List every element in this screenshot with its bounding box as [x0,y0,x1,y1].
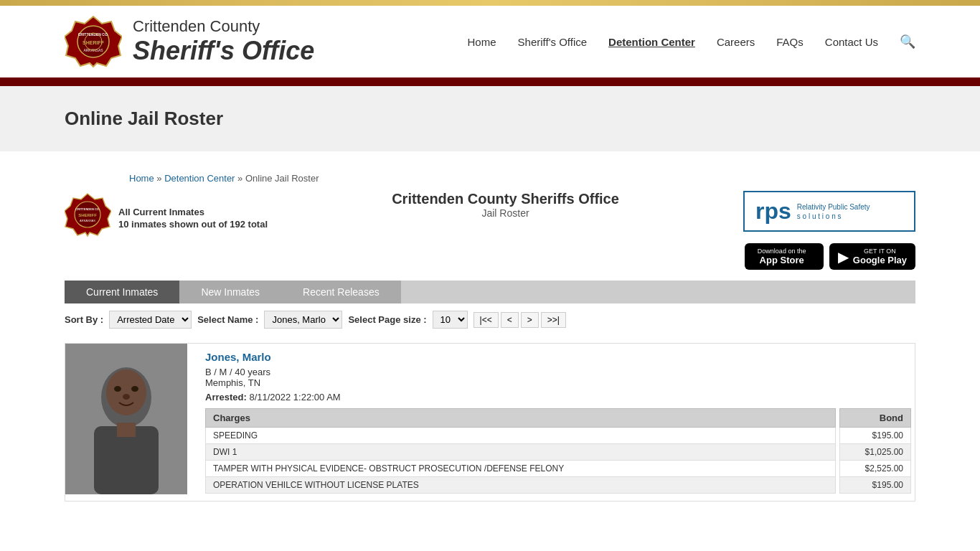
sort-by-label: Sort By : [65,314,103,325]
breadcrumb: Home » Detention Center » Online Jail Ro… [65,159,915,191]
nav-careers[interactable]: Careers [717,36,755,48]
svg-rect-18 [117,423,136,437]
roster-badge-icon: CRITTENDEN CO. SHERIFF ARKANSAS [65,191,111,237]
roster-info: All Current Inmates 10 inmates shown out… [118,205,268,231]
logo-area: CRITTENDEN CO. SHERIFF ARKANSAS Crittend… [65,13,314,70]
nav-sheriffs-office[interactable]: Sheriff's Office [518,36,588,48]
bond-cell: $195.00 [840,428,911,444]
main-content: Home » Detention Center » Online Jail Ro… [0,151,980,530]
nav-detention-center[interactable]: Detention Center [608,36,695,48]
nav-faqs[interactable]: FAQs [776,36,804,48]
inmate-name[interactable]: Jones, Marlo [205,351,911,363]
breadcrumb-current: Online Jail Roster [245,173,319,184]
nav-home[interactable]: Home [468,36,496,48]
main-nav: Home Sheriff's Office Detention Center C… [468,34,915,50]
inmate-details: Jones, Marlo B / M / 40 years Memphis, T… [202,344,915,501]
inmate-arrested: Arrested: 8/11/2022 1:22:00 AM [205,392,911,402]
google-play-icon: ▶ [838,248,849,265]
rps-logo: rps Relativity Public Safety s o l u t i… [743,191,915,232]
svg-text:ARKANSAS: ARKANSAS [80,219,95,222]
app-buttons: Download on the App Store ▶ GET IT ON Go… [745,243,915,270]
pagination: |<< < > >>| [473,312,566,328]
page-size-label: Select Page size : [348,314,426,325]
filter-bar: Sort By : Arrested Date Select Name : Jo… [65,303,915,336]
bond-cell: $195.00 [840,477,911,494]
bond-cell: $1,025.00 [840,444,911,461]
bond-header: Bond [840,409,911,428]
nav-contact-us[interactable]: Contact Us [825,36,878,48]
select-name-label: Select Name : [197,314,258,325]
rps-area: rps Relativity Public Safety s o l u t i… [743,191,915,270]
charges-header: Charges [206,409,836,428]
page-size-select[interactable]: 102550 [433,311,468,329]
sheriff-badge-icon: CRITTENDEN CO. SHERIFF ARKANSAS [65,13,122,70]
tab-new-inmates[interactable]: New Inmates [179,281,281,303]
page-title-area: Online Jail Roster [0,86,980,151]
google-play-button[interactable]: ▶ GET IT ON Google Play [829,243,915,270]
inmate-bio: B / M / 40 years Memphis, TN [205,367,911,388]
tab-recent-releases[interactable]: Recent Releases [281,281,401,303]
page-title: Online Jail Roster [65,108,915,130]
roster-header: CRITTENDEN CO. SHERIFF ARKANSAS All Curr… [65,191,915,270]
header-accent-bar [0,77,980,86]
apple-app-store-button[interactable]: Download on the App Store [745,243,824,270]
roster-left: CRITTENDEN CO. SHERIFF ARKANSAS All Curr… [65,191,268,237]
charges-container: Charges SPEEDINGDWI 1TAMPER WITH PHYSICA… [205,408,911,494]
svg-point-15 [131,386,138,392]
svg-text:SHERIFF: SHERIFF [78,213,97,217]
last-page-button[interactable]: >>| [541,312,566,328]
logo-text: Crittenden County Sheriff's Office [133,17,314,66]
bond-cell: $2,525.00 [840,461,911,477]
breadcrumb-detention[interactable]: Detention Center [164,173,235,184]
svg-point-16 [123,394,130,400]
svg-text:CRITTENDEN CO.: CRITTENDEN CO. [75,207,100,211]
search-button[interactable]: 🔍 [900,34,915,50]
svg-point-14 [114,386,121,392]
tab-current-inmates[interactable]: Current Inmates [65,281,179,303]
charge-cell: TAMPER WITH PHYSICAL EVIDENCE- OBSTRUCT … [206,461,836,477]
inmate-photo [65,344,187,494]
site-header: CRITTENDEN CO. SHERIFF ARKANSAS Crittend… [0,6,980,77]
charges-table: Charges SPEEDINGDWI 1TAMPER WITH PHYSICA… [205,408,836,494]
roster-center: Crittenden County Sheriffs Office Jail R… [268,191,743,219]
sort-by-select[interactable]: Arrested Date [109,311,192,329]
charge-cell: SPEEDING [206,428,836,444]
tab-spacer [401,281,915,303]
inmate-photo-image [65,344,187,494]
prev-page-button[interactable]: < [501,312,519,328]
next-page-button[interactable]: > [521,312,539,328]
breadcrumb-home[interactable]: Home [129,173,154,184]
first-page-button[interactable]: |<< [473,312,499,328]
charge-cell: DWI 1 [206,444,836,461]
inmate-record: Jones, Marlo B / M / 40 years Memphis, T… [65,343,915,501]
select-name-dropdown[interactable]: Jones, Marlo [264,311,342,329]
rps-subtext: Relativity Public Safety s o l u t i o n… [797,202,870,221]
tabs: Current Inmates New Inmates Recent Relea… [65,281,915,303]
top-accent-bar [0,0,980,6]
svg-point-13 [106,369,146,415]
charge-cell: OPERATION VEHILCE WITHOUT LICENSE PLATES [206,477,836,494]
tabs-wrapper: Current Inmates New Inmates Recent Relea… [65,281,915,303]
bond-table: Bond $195.00$1,025.00$2,525.00$195.00 [839,408,911,494]
